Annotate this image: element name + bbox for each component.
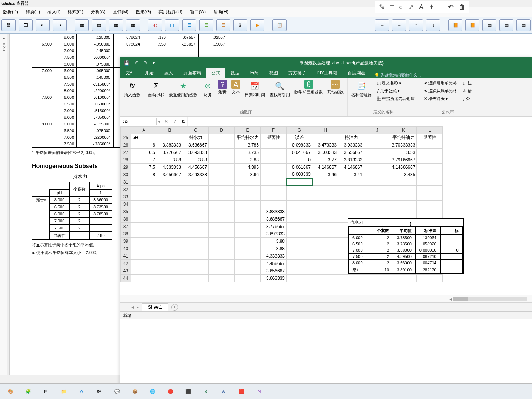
name-manager-button[interactable]: 📑名称管理器 <box>350 79 373 98</box>
pencil-icon[interactable]: ✎ <box>379 3 385 11</box>
select-button[interactable]: ▦ <box>126 19 140 31</box>
tab-view[interactable]: 视图 <box>264 68 283 78</box>
tab-insert[interactable]: 插入 <box>159 68 178 78</box>
save-icon[interactable]: 💾 <box>124 60 130 66</box>
circle-icon[interactable]: ○ <box>399 3 403 11</box>
chart5-button[interactable]: ☰ <box>216 19 230 31</box>
panel1-button[interactable]: ▤ <box>482 19 496 31</box>
menu-insert[interactable]: 插入(I) <box>47 9 60 15</box>
create-from-selection-button[interactable]: ▦ 根据所选内容创建 <box>375 95 416 102</box>
spss-nav-sidebar[interactable]: s of is Su <box>0 34 7 396</box>
run-button[interactable]: ▶ <box>250 19 264 31</box>
undo-button[interactable]: ↶ <box>36 19 50 31</box>
add-sheet-button[interactable]: + <box>171 304 178 311</box>
docs-button[interactable]: 🗎 <box>233 19 247 31</box>
horizontal-scrollbar[interactable] <box>453 297 527 301</box>
autosum-button[interactable]: Σ自动求和 <box>147 79 166 98</box>
wechat-button[interactable]: 💬 <box>109 385 125 398</box>
accept-formula-button[interactable]: ✓ <box>171 119 180 124</box>
arrow-icon[interactable]: ↗ <box>408 3 414 11</box>
lookup-button[interactable]: 🔍查找与引用 <box>268 79 291 98</box>
menu-graphs[interactable]: 图形(G) <box>136 9 151 15</box>
menu-data[interactable]: 数据(D) <box>3 9 18 15</box>
tab-file[interactable]: 文件 <box>120 68 140 78</box>
tab-data[interactable]: 数据 <box>225 68 245 78</box>
text-icon[interactable]: A <box>419 3 424 11</box>
preview-button[interactable]: 🗔 <box>19 19 33 31</box>
sheet-tab-1[interactable]: Sheet1 <box>142 303 168 311</box>
book2-button[interactable]: 📙 <box>465 19 479 31</box>
math-button[interactable]: θ数学和三角函数 <box>293 79 324 95</box>
chrome-button[interactable]: 🔴 <box>162 385 178 398</box>
cancel-formula-button[interactable]: ✕ <box>162 119 171 124</box>
onenote-button[interactable]: N <box>251 385 267 398</box>
excel-taskbar-button[interactable]: x <box>198 385 214 398</box>
show-formulas-button[interactable]: ⬚ 显 <box>461 80 473 87</box>
menu-utilities[interactable]: 实用程序(U) <box>158 9 183 15</box>
datetime-button[interactable]: 📅日期和时间 <box>243 79 267 98</box>
chart3-button[interactable]: ☰ <box>182 19 196 31</box>
nav-up-button[interactable]: ↑ <box>409 19 423 31</box>
name-box-dropdown-icon[interactable]: ▾ <box>157 119 162 124</box>
compute-button[interactable]: ▦ <box>109 19 123 31</box>
undo-icon[interactable]: ↶ <box>135 60 138 66</box>
menu-direct[interactable]: 直销(M) <box>113 9 128 15</box>
edge-browser-button[interactable]: e <box>73 385 90 398</box>
redo-button[interactable]: ↷ <box>53 19 67 31</box>
chart2-button[interactable]: ⫿⫿ <box>165 19 179 31</box>
define-name-button[interactable]: ⬚ 定义名称 ▾ <box>375 80 416 87</box>
redo-icon[interactable]: ↷ <box>144 60 147 66</box>
trash-icon[interactable]: 🗑 <box>459 3 465 11</box>
use-formula-button[interactable]: ƒ 用于公式 ▾ <box>375 87 416 94</box>
recent-button[interactable]: ★最近使用的函数 <box>167 79 199 98</box>
nav-down-button[interactable]: ↓ <box>426 19 440 31</box>
store-button[interactable]: 🛍 <box>91 385 107 398</box>
nav-left-button[interactable]: ← <box>375 19 389 31</box>
menu-window[interactable]: 窗口(W) <box>190 9 206 15</box>
tab-layout[interactable]: 页面布局 <box>178 68 206 78</box>
tab-baidu[interactable]: 百度网盘 <box>342 68 371 78</box>
panel2-button[interactable]: ▤ <box>499 19 513 31</box>
app-button-2[interactable]: 🌐 <box>144 385 161 398</box>
panel3-button[interactable]: ▤ <box>516 19 531 31</box>
undo-icon[interactable]: ↶ <box>448 3 454 11</box>
error-check-button[interactable]: ⚠ 错 <box>461 87 473 94</box>
sheet-nav-next-icon[interactable]: ▸ <box>137 305 139 310</box>
chart1-button[interactable]: ◐ <box>148 19 162 31</box>
menu-transform[interactable]: 转换(T) <box>26 9 40 15</box>
tab-review[interactable]: 审阅 <box>245 68 264 78</box>
nav-right-button[interactable]: → <box>392 19 406 31</box>
file-explorer-button[interactable]: 📁 <box>56 385 72 398</box>
wand-icon[interactable]: ✦ <box>429 3 434 11</box>
tell-me-search[interactable]: 💡 告诉我您想要做什么... <box>374 73 421 78</box>
app-button-3[interactable]: ⬛ <box>180 385 196 398</box>
text-button[interactable]: A文本 <box>230 79 242 95</box>
clip1-button[interactable]: 📋 <box>272 19 287 31</box>
book1-button[interactable]: 📙 <box>448 19 462 31</box>
goto-button[interactable]: ▦ <box>75 19 89 31</box>
fx-icon[interactable]: fx <box>180 119 187 124</box>
sheet-nav-prev-icon[interactable]: ◂ <box>131 305 134 310</box>
insert-function-button[interactable]: fx 插入函数 <box>123 79 142 98</box>
variables-button[interactable]: ▤ <box>92 19 106 31</box>
menu-format[interactable]: 格式(O) <box>68 9 83 15</box>
menu-help[interactable]: 帮助(H) <box>213 9 228 15</box>
taskbar-app-1[interactable]: 🎨 <box>2 385 19 398</box>
tab-diy[interactable]: DIY工具箱 <box>311 68 342 78</box>
square-icon[interactable]: □ <box>390 3 394 11</box>
tab-formulas[interactable]: 公式 <box>206 68 225 78</box>
trace-precedents-button[interactable]: ⬈ 追踪引用单元格 <box>422 80 458 87</box>
formula-input[interactable] <box>187 117 532 126</box>
tab-home[interactable]: 开始 <box>140 68 159 78</box>
name-box[interactable]: G31 <box>120 118 157 125</box>
taskbar-app-2[interactable]: 🧩 <box>20 385 36 398</box>
remove-arrows-button[interactable]: ✕ 移去箭头 ▾ <box>422 95 458 102</box>
hscroll-left-icon[interactable]: ◂ <box>449 296 452 302</box>
task-view-button[interactable]: ⊞ <box>38 385 54 398</box>
other-fn-button[interactable]: ⋯其他函数 <box>326 79 345 95</box>
trace-dependents-button[interactable]: ⬊ 追踪从属单元格 <box>422 87 458 94</box>
print-button[interactable]: 🖶 <box>1 19 16 31</box>
app-button-4[interactable]: 🟥 <box>233 385 250 398</box>
word-taskbar-button[interactable]: w <box>215 385 232 398</box>
menu-analyze[interactable]: 分析(A) <box>91 9 106 15</box>
